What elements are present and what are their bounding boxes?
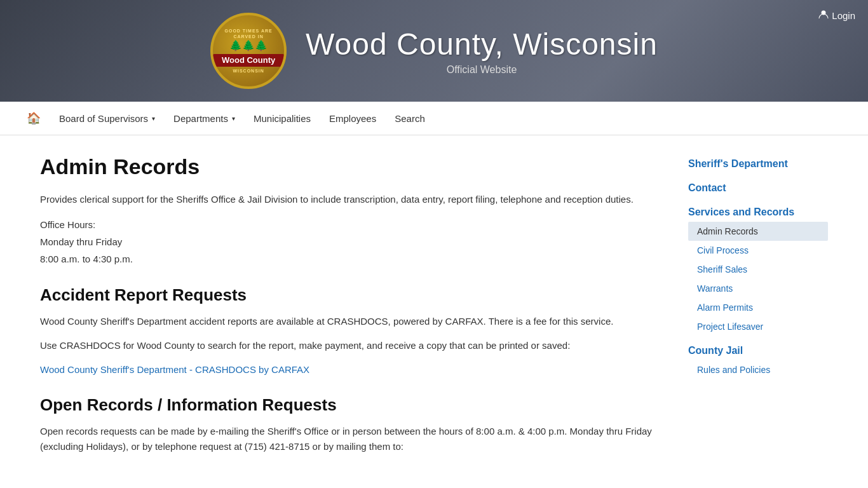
sidebar-section-contact: Contact <box>688 179 828 198</box>
main-container: Admin Records Provides clerical support … <box>21 135 847 482</box>
site-header: Login GOOD TIMES ARE CARVED IN 🌲🌲🌲 Wood … <box>0 0 868 102</box>
main-nav: 🏠 Board of Supervisors ▾ Departments ▾ M… <box>0 102 868 135</box>
office-hours-block: Office Hours: Monday thru Friday 8:00 a.… <box>40 216 669 268</box>
contact-link[interactable]: Contact <box>688 179 828 198</box>
sidebar: Sheriff's Department Contact Services an… <box>688 154 828 463</box>
departments-dropdown-arrow: ▾ <box>232 115 235 122</box>
departments-link[interactable]: Departments ▾ <box>166 108 243 129</box>
site-title-block: Wood County, Wisconsin Official Website <box>306 27 658 76</box>
project-lifesaver-label: Project Lifesaver <box>697 322 763 332</box>
board-dropdown-arrow: ▾ <box>152 115 155 122</box>
nav-home[interactable]: 🏠 <box>19 106 48 130</box>
section1-text1: Wood County Sheriff's Department acciden… <box>40 314 669 329</box>
nav-employees[interactable]: Employees <box>322 108 384 129</box>
crashdocs-link[interactable]: Wood County Sheriff's Department - CRASH… <box>40 364 309 375</box>
rules-policies-link[interactable]: Rules and Policies <box>688 360 828 379</box>
site-subtitle: Official Website <box>306 64 658 76</box>
services-link[interactable]: Services and Records <box>688 203 828 222</box>
alarm-permits-label: Alarm Permits <box>697 302 753 313</box>
section2-text: Open records requests can be made by e-m… <box>40 424 669 454</box>
municipalities-label: Municipalities <box>254 113 311 124</box>
nav-municipalities[interactable]: Municipalities <box>246 108 318 129</box>
page-title: Admin Records <box>40 154 669 179</box>
jail-items: Rules and Policies <box>688 360 828 379</box>
warrants-label: Warrants <box>697 283 733 294</box>
admin-records-link[interactable]: Admin Records <box>688 222 828 241</box>
sidebar-item-alarm-permits[interactable]: Alarm Permits <box>688 298 828 317</box>
employees-label: Employees <box>329 113 376 124</box>
sidebar-item-civil-process[interactable]: Civil Process <box>688 241 828 260</box>
site-title: Wood County, Wisconsin <box>306 27 658 62</box>
sidebar-item-rules-policies[interactable]: Rules and Policies <box>688 360 828 379</box>
search-link[interactable]: Search <box>387 108 433 129</box>
sidebar-section-county-jail: County Jail Rules and Policies <box>688 341 828 379</box>
header-content: GOOD TIMES ARE CARVED IN 🌲🌲🌲 Wood County… <box>210 13 658 89</box>
office-hours-label: Office Hours: <box>40 216 669 233</box>
sidebar-item-sheriff-sales[interactable]: Sheriff Sales <box>688 260 828 279</box>
sidebar-item-warrants[interactable]: Warrants <box>688 279 828 298</box>
sidebar-section-sheriffs: Sheriff's Department <box>688 154 828 173</box>
nav-board-of-supervisors[interactable]: Board of Supervisors ▾ <box>51 108 163 129</box>
login-label: Login <box>832 10 855 21</box>
section1-title: Accident Report Requests <box>40 285 669 305</box>
board-label: Board of Supervisors <box>59 113 148 124</box>
search-label: Search <box>395 113 425 124</box>
section2-title: Open Records / Information Requests <box>40 395 669 415</box>
civil-process-link[interactable]: Civil Process <box>688 241 828 260</box>
office-hours-time: 8:00 a.m. to 4:30 p.m. <box>40 250 669 268</box>
employees-link[interactable]: Employees <box>322 108 384 129</box>
civil-process-label: Civil Process <box>697 245 749 255</box>
sheriff-sales-link[interactable]: Sheriff Sales <box>688 260 828 279</box>
warrants-link[interactable]: Warrants <box>688 279 828 298</box>
person-icon <box>818 10 829 22</box>
services-items: Admin Records Civil Process Sheriff Sale… <box>688 222 828 336</box>
sidebar-section-services: Services and Records Admin Records Civil… <box>688 203 828 336</box>
nav-list: 🏠 Board of Supervisors ▾ Departments ▾ M… <box>19 102 849 135</box>
home-link[interactable]: 🏠 <box>19 106 48 130</box>
board-link[interactable]: Board of Supervisors ▾ <box>51 108 163 129</box>
departments-label: Departments <box>173 113 228 124</box>
project-lifesaver-link[interactable]: Project Lifesaver <box>688 317 828 336</box>
section1-text2: Use CRASHDOCS for Wood County to search … <box>40 338 669 353</box>
office-hours-days: Monday thru Friday <box>40 233 669 250</box>
municipalities-link[interactable]: Municipalities <box>246 108 318 129</box>
sidebar-item-admin-records[interactable]: Admin Records <box>688 222 828 241</box>
nav-search[interactable]: Search <box>387 108 433 129</box>
sheriffs-dept-link[interactable]: Sheriff's Department <box>688 154 828 173</box>
county-logo: GOOD TIMES ARE CARVED IN 🌲🌲🌲 Wood County… <box>210 13 287 89</box>
login-button[interactable]: Login <box>818 10 855 22</box>
sheriff-sales-label: Sheriff Sales <box>697 264 747 274</box>
sidebar-item-project-lifesaver[interactable]: Project Lifesaver <box>688 317 828 336</box>
rules-policies-label: Rules and Policies <box>697 365 770 375</box>
page-content: Admin Records Provides clerical support … <box>40 154 669 463</box>
page-description: Provides clerical support for the Sherif… <box>40 192 669 207</box>
county-jail-link[interactable]: County Jail <box>688 341 828 360</box>
nav-departments[interactable]: Departments ▾ <box>166 108 243 129</box>
admin-records-label: Admin Records <box>697 226 758 236</box>
alarm-permits-link[interactable]: Alarm Permits <box>688 298 828 317</box>
home-icon: 🏠 <box>27 111 41 125</box>
